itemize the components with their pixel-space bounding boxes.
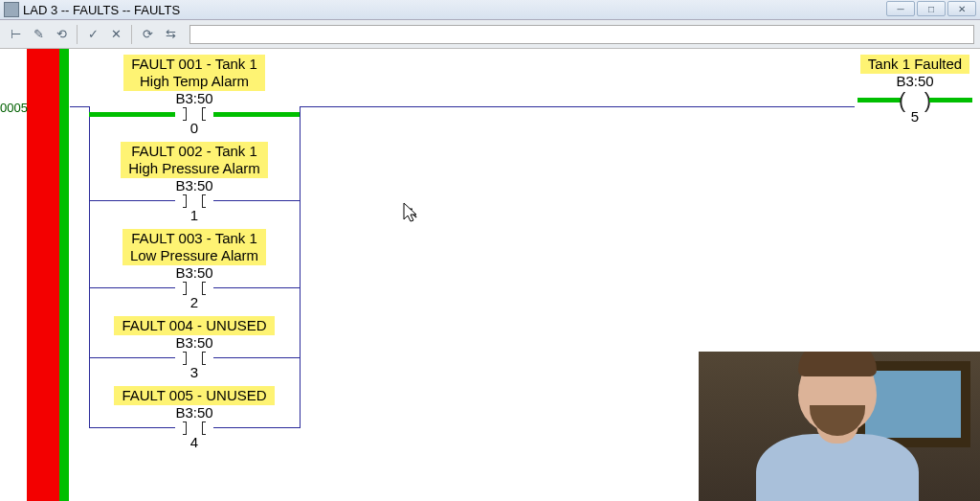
delete-icon[interactable]: ✕: [106, 25, 125, 44]
xic-symbol: [89, 352, 300, 365]
output-coil[interactable]: Tank 1 Faulted B3:50 ( ) 5: [858, 55, 972, 125]
cursor-icon-svg: [403, 202, 420, 223]
instr-bit: 2: [190, 295, 198, 311]
instr-addr: B3:50: [175, 178, 212, 194]
webcam-overlay: [699, 352, 980, 501]
refresh-icon[interactable]: ⟳: [138, 25, 157, 44]
output-bit: 5: [911, 109, 919, 125]
instr-addr: B3:50: [175, 265, 212, 282]
window-title: LAD 3 -- FAULTS -- FAULTS: [23, 3, 180, 17]
instr-desc: FAULT 004 - UNUSED: [114, 316, 274, 335]
ladder-icon[interactable]: ⊢: [6, 25, 25, 44]
instr-addr: B3:50: [175, 405, 212, 421]
xic-symbol: [89, 421, 300, 435]
rung-number: 0005: [0, 101, 27, 115]
instr-desc: FAULT 005 - UNUSED: [114, 386, 274, 405]
xic-symbol: [89, 282, 300, 295]
instr-addr: B3:50: [175, 91, 212, 107]
instr-bit: 0: [190, 121, 198, 137]
xic-instruction[interactable]: FAULT 003 - Tank 1Low Pressure Alarm B3:…: [89, 229, 300, 310]
xic-symbol: [89, 107, 300, 121]
window-close-button[interactable]: ✕: [947, 1, 976, 16]
edit-icon[interactable]: ✎: [29, 25, 48, 44]
instr-desc: FAULT 002 - Tank 1High Pressure Alarm: [121, 142, 268, 178]
instr-desc: FAULT 003 - Tank 1Low Pressure Alarm: [122, 229, 266, 265]
xic-instruction[interactable]: FAULT 005 - UNUSED B3:50 4: [89, 386, 300, 450]
window-maximize-button[interactable]: □: [917, 1, 946, 16]
xic-instruction[interactable]: FAULT 002 - Tank 1High Pressure Alarm B3…: [89, 142, 300, 223]
instr-bit: 3: [190, 365, 198, 381]
output-desc: Tank 1 Faulted: [860, 55, 969, 74]
app-icon: [4, 2, 19, 17]
xic-symbol: [89, 194, 300, 208]
presenter-figure: [756, 367, 919, 501]
instr-bit: 4: [190, 435, 198, 451]
instr-addr: B3:50: [175, 335, 212, 352]
verify-icon[interactable]: ✓: [83, 25, 102, 44]
swap-icon[interactable]: ⇆: [161, 25, 180, 44]
power-rail-green: [59, 49, 69, 501]
xic-instruction[interactable]: FAULT 004 - UNUSED B3:50 3: [89, 316, 300, 380]
power-rail-red: [27, 49, 59, 501]
xic-instruction[interactable]: FAULT 001 - Tank 1High Temp Alarm B3:50 …: [89, 55, 300, 136]
address-input[interactable]: [189, 25, 974, 44]
undo-icon[interactable]: ⟲: [52, 25, 71, 44]
instr-bit: 1: [190, 208, 198, 224]
window-minimize-button[interactable]: ─: [886, 1, 915, 16]
toolbar: ⊢ ✎ ⟲ ✓ ✕ ⟳ ⇆: [0, 20, 980, 49]
instr-desc: FAULT 001 - Tank 1High Temp Alarm: [123, 55, 265, 91]
